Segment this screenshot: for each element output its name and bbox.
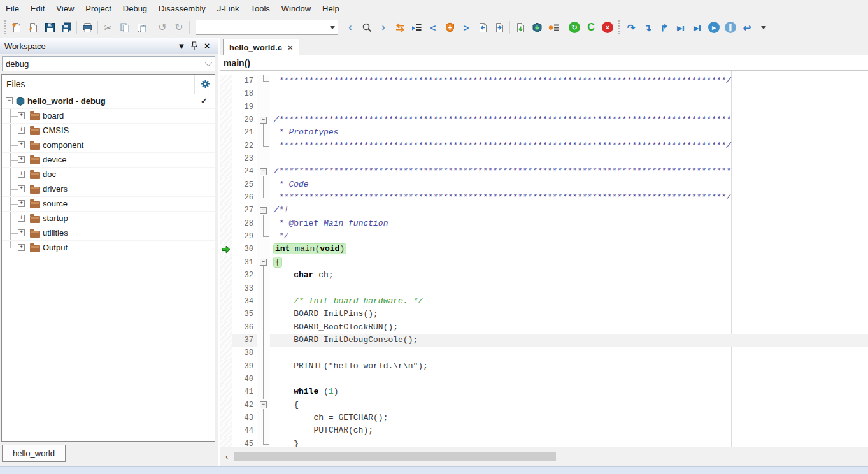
code-text[interactable] (270, 282, 868, 295)
code-text[interactable] (270, 101, 868, 113)
breakpoint-gutter[interactable] (220, 140, 232, 152)
code-text[interactable]: */ (270, 230, 868, 243)
code-text[interactable]: /***************************************… (270, 165, 868, 178)
code-text[interactable] (270, 373, 868, 385)
previous-bookmark-icon[interactable]: < (425, 19, 441, 36)
breakpoint-gutter[interactable] (220, 165, 232, 178)
breakpoint-gutter[interactable] (220, 385, 232, 398)
find-combobox[interactable] (196, 20, 338, 35)
tree-item-output[interactable]: +Output (2, 241, 215, 255)
breakpoint-gutter[interactable] (220, 87, 232, 100)
toolbar-drag-handle[interactable] (4, 20, 6, 34)
workspace-bottom-tab[interactable]: hello_world (2, 445, 66, 462)
breakpoint-gutter[interactable] (220, 269, 232, 282)
code-text[interactable]: BOARD_InitDebugConsole(); (270, 334, 868, 347)
code-text[interactable]: { (270, 256, 868, 269)
code-text[interactable]: PRINTF("hello world.\r\n"); (270, 360, 868, 373)
debug-without-downloading-icon[interactable]: C (583, 19, 599, 36)
copy-icon[interactable] (117, 19, 133, 36)
expand-icon[interactable]: + (18, 156, 25, 163)
fold-margin[interactable] (257, 334, 270, 347)
new-document-icon[interactable] (8, 19, 25, 36)
fold-margin[interactable] (257, 230, 270, 243)
breakpoint-gutter[interactable] (220, 75, 232, 87)
code-text[interactable]: } (270, 438, 868, 447)
code-text[interactable]: ****************************************… (270, 191, 868, 204)
breakpoint-gutter[interactable] (220, 178, 232, 191)
tree-item-doc[interactable]: +doc (2, 168, 215, 182)
menu-j-link[interactable]: J-Link (211, 4, 245, 13)
expand-icon[interactable]: + (18, 127, 25, 134)
tree-item-device[interactable]: +device (2, 153, 215, 168)
fold-collapse-icon[interactable]: − (260, 207, 267, 214)
step-out-icon[interactable]: ↱ (656, 19, 672, 36)
redo-icon[interactable]: ↻ (171, 19, 187, 36)
breakpoint-gutter[interactable] (220, 243, 232, 255)
fold-margin[interactable] (257, 385, 270, 398)
fold-margin[interactable] (257, 152, 270, 165)
fold-collapse-icon[interactable]: − (260, 401, 267, 408)
horizontal-scrollbar[interactable]: ‹ (220, 449, 868, 463)
tree-item-drivers[interactable]: +drivers (2, 182, 215, 197)
menu-edit[interactable]: Edit (25, 4, 50, 13)
code-text[interactable]: ****************************************… (270, 140, 868, 152)
fold-margin[interactable] (257, 87, 270, 100)
go-to-icon[interactable] (408, 19, 425, 36)
toggle-bookmark-icon[interactable] (441, 19, 458, 36)
tab-close-icon[interactable]: × (288, 43, 293, 52)
fold-margin[interactable] (257, 295, 270, 308)
compile-icon[interactable] (512, 19, 529, 36)
break-icon[interactable]: ∥ (722, 19, 739, 36)
find-previous-icon[interactable]: ‹ (342, 19, 359, 36)
fold-margin[interactable] (257, 282, 270, 295)
function-selector-bar[interactable]: main() (220, 55, 868, 71)
breakpoint-gutter[interactable] (220, 360, 232, 373)
fold-margin[interactable] (257, 438, 270, 447)
next-statement-icon[interactable]: ▸ı (672, 19, 689, 36)
scrollbar-thumb[interactable] (234, 452, 556, 461)
tree-item-utilities[interactable]: +utilities (2, 226, 215, 241)
fold-margin[interactable]: − (257, 399, 270, 412)
menu-project[interactable]: Project (80, 4, 117, 13)
code-text[interactable] (270, 152, 868, 165)
breakpoint-gutter[interactable] (220, 256, 232, 269)
download-and-debug-icon[interactable]: ↻ (566, 19, 583, 36)
fold-margin[interactable] (257, 75, 270, 87)
breakpoint-gutter[interactable] (220, 113, 232, 126)
code-text[interactable]: /* Init board hardware. */ (270, 295, 868, 308)
menu-debug[interactable]: Debug (117, 4, 153, 13)
open-document-icon[interactable] (25, 19, 41, 36)
breakpoint-gutter[interactable] (220, 230, 232, 243)
expand-icon[interactable]: + (18, 141, 25, 148)
make-icon[interactable] (529, 19, 545, 36)
code-text[interactable]: ****************************************… (270, 75, 868, 87)
close-icon[interactable]: × (201, 40, 213, 52)
menu-help[interactable]: Help (317, 4, 345, 13)
fold-margin[interactable] (257, 373, 270, 385)
paste-icon[interactable] (133, 19, 150, 36)
toolbar-options-icon[interactable] (755, 19, 772, 36)
tree-item-cmsis[interactable]: +CMSIS (2, 124, 215, 138)
cut-icon[interactable]: ✂ (100, 19, 117, 36)
fold-margin[interactable]: − (257, 204, 270, 217)
breakpoint-gutter[interactable] (220, 282, 232, 295)
breakpoint-gutter[interactable] (220, 295, 232, 308)
code-text[interactable]: * Prototypes (270, 126, 868, 139)
breakpoint-gutter[interactable] (220, 424, 232, 437)
expand-icon[interactable]: + (18, 171, 25, 178)
fold-margin[interactable] (257, 191, 270, 204)
fold-margin[interactable] (257, 243, 270, 255)
tree-item-component[interactable]: +component (2, 138, 215, 153)
breakpoint-gutter[interactable] (220, 308, 232, 320)
menu-window[interactable]: Window (276, 4, 317, 13)
breakpoint-gutter[interactable] (220, 399, 232, 412)
go-icon[interactable]: ▸ (706, 19, 722, 36)
code-text[interactable]: /*! (270, 204, 868, 217)
save-icon[interactable] (41, 19, 58, 36)
code-text[interactable]: * Code (270, 178, 868, 191)
fold-margin[interactable] (257, 360, 270, 373)
menu-disassembly[interactable]: Disassembly (153, 4, 211, 13)
fold-collapse-icon[interactable]: − (260, 168, 267, 175)
code-text[interactable]: char ch; (270, 269, 868, 282)
window-menu-icon[interactable]: ▼ (175, 40, 188, 52)
